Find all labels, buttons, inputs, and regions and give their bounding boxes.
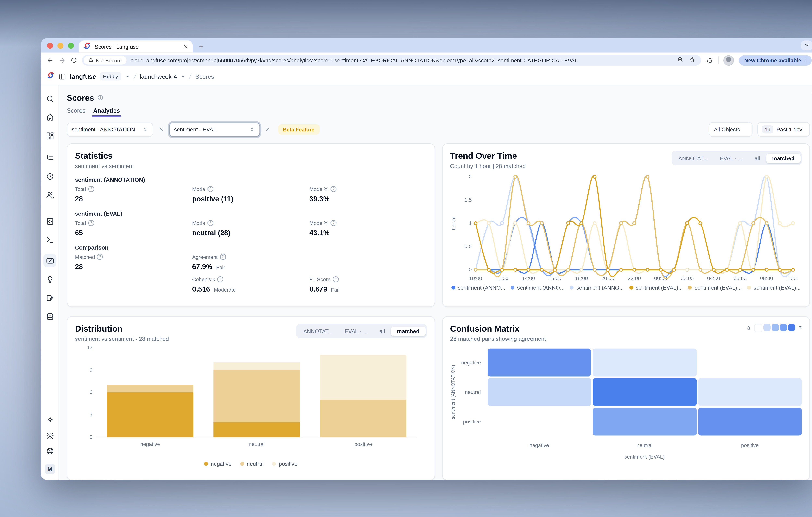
legend-label: sentiment (EVAL)... [695,285,742,290]
help-icon[interactable]: ? [207,220,213,226]
distribution-option-eval[interactable]: EVAL · ... [339,326,374,336]
heatmap-xlabel: sentiment (EVAL) [487,450,802,460]
sidebar-item-database[interactable] [43,310,56,323]
confusion-cell-negative-positive[interactable] [698,349,802,377]
chrome-update-button[interactable]: New Chrome available [739,55,812,65]
reload-button[interactable] [70,57,77,63]
trend-option-matched[interactable]: matched [766,153,801,163]
zoom-icon[interactable] [677,55,684,65]
metric: Mode?neutral (28) [192,220,309,237]
project-name[interactable]: launchweek-4 [140,73,177,80]
trend-option-eval[interactable]: EVAL · ... [714,153,749,163]
confusion-cell-positive-positive[interactable] [698,408,802,436]
back-button[interactable] [47,57,54,64]
metric-label: Mode % [309,220,328,226]
sidebar-item-sparkle[interactable] [43,414,56,427]
help-icon[interactable]: ? [88,220,94,226]
heatmap-scale: 0 7 [747,324,802,332]
minimize-window-button[interactable] [57,43,63,49]
user-avatar[interactable]: M [45,464,55,475]
svg-text:0: 0 [90,434,93,440]
new-tab-button[interactable] [198,44,204,50]
page-title: Scores [67,93,94,102]
trend-option-annotat[interactable]: ANNOTAT... [672,153,714,163]
profile-avatar[interactable] [724,55,734,65]
remove-score1-icon[interactable] [158,126,165,133]
sidebar-item-search[interactable] [43,92,56,105]
metric-value: 39.3% [309,195,427,203]
help-icon[interactable]: ? [88,186,94,192]
tab-search-button[interactable] [801,40,812,50]
distribution-option-all[interactable]: all [373,326,391,336]
sidebar-item-users[interactable] [43,188,56,201]
metric-label: Mode [192,220,205,226]
svg-text:10:00: 10:00 [786,276,797,281]
confusion-cell-negative-neutral[interactable] [593,349,697,377]
sidebar-item-dashboards[interactable] [43,129,56,142]
kebab-menu-icon[interactable] [802,56,809,64]
metric-label: Total [75,186,86,192]
close-window-button[interactable] [47,43,53,49]
help-icon[interactable]: ? [207,186,213,192]
help-icon[interactable]: ? [97,254,103,260]
browser-tab[interactable]: Scores | Langfuse [79,40,193,53]
trend-option-all[interactable]: all [749,153,766,163]
tab-title: Scores | Langfuse [95,44,180,50]
maximize-window-button[interactable] [68,43,74,49]
help-icon[interactable]: ? [331,220,337,226]
sidebar-item-playground[interactable] [43,233,56,246]
legend-label: negative [211,461,231,467]
url-bar[interactable]: Not Secure cloud.langfuse.com/project/cm… [82,55,701,66]
confusion-cell-positive-neutral[interactable] [593,408,697,436]
heatmap-col-label: negative [487,437,591,448]
score1-select[interactable]: sentiment · ANNOTATION [67,122,153,137]
help-icon[interactable]: ? [331,186,337,192]
sidebar-item-support[interactable] [43,444,56,457]
remove-score2-icon[interactable] [264,126,271,133]
sidebar-item-prompts[interactable] [43,214,56,228]
svg-text:Count: Count [450,216,456,230]
confusion-cell-positive-negative[interactable] [487,408,591,436]
project-chevron-down-icon[interactable] [181,74,185,79]
org-chevron-down-icon[interactable] [125,74,130,79]
tab-close-icon[interactable] [183,44,188,49]
tab-scores[interactable]: Scores [67,107,85,117]
sidebar-item-evaluation[interactable] [43,272,56,286]
help-icon[interactable]: ? [217,276,223,282]
confusion-cell-neutral-positive[interactable] [698,378,802,406]
metric-value: 65 [75,229,192,237]
sidebar-item-home[interactable] [43,111,56,124]
confusion-cell-negative-negative[interactable] [487,349,591,377]
confusion-cell-neutral-negative[interactable] [487,378,591,406]
card-title: Trend Over Time [450,151,526,161]
confusion-cell-neutral-neutral[interactable] [593,378,697,406]
score2-select[interactable]: sentiment · EVAL [169,122,260,137]
toolbar-divider [718,56,719,64]
metric-value: neutral (28) [192,229,309,237]
help-icon[interactable]: ? [332,276,339,282]
sidebar-item-datasets[interactable] [43,291,56,304]
help-icon[interactable]: ? [220,254,226,260]
not-secure-badge[interactable]: Not Secure [84,56,126,65]
card-title: Statistics [75,151,427,161]
org-name[interactable]: langfuse [70,73,96,80]
sidebar-item-tracing[interactable] [43,151,56,164]
distribution-option-annotat[interactable]: ANNOTAT... [297,326,339,336]
scale-swatch [754,324,762,332]
sidebar-toggle-icon[interactable] [59,73,66,80]
sidebar-item-sessions[interactable] [43,170,56,183]
sidebar-item-settings[interactable] [43,429,56,442]
sidebar-item-scores[interactable] [43,254,56,267]
extensions-icon[interactable] [706,57,713,64]
legend-label: sentiment (ANNO... [517,285,564,290]
bookmark-star-icon[interactable] [689,55,696,65]
tab-analytics[interactable]: Analytics [93,107,120,117]
object-type-select[interactable]: All Objects [709,122,753,137]
svg-text:0: 0 [468,267,471,272]
forward-button[interactable] [59,57,66,64]
distribution-option-matched[interactable]: matched [391,326,426,336]
confusion-card: Confusion Matrix 28 matched pairs showin… [442,316,810,480]
date-range-select[interactable]: 1d Past 1 day [757,122,810,137]
svg-text:04:00: 04:00 [707,276,720,281]
info-icon[interactable] [97,95,104,101]
